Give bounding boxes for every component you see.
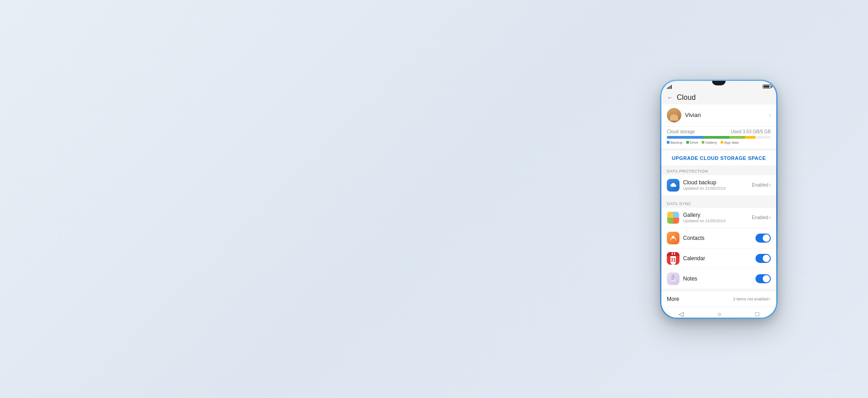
- user-name: Vivian: [685, 112, 701, 118]
- gallery-grid: [667, 212, 679, 224]
- calendar-info: Calendar: [683, 255, 752, 262]
- calendar-icon: 31: [667, 252, 679, 265]
- notes-item: Notes: [661, 269, 776, 289]
- gallery-cell-1: [667, 212, 673, 218]
- notes-icon: [667, 272, 679, 285]
- gallery-info: Gallery Updated on 21/05/2019: [683, 212, 748, 223]
- phone-screen: ← Cloud Vivian › Cloud: [661, 81, 776, 318]
- contacts-svg: [670, 234, 677, 242]
- contacts-toggle[interactable]: [755, 234, 771, 243]
- legend-gallery: Gallery: [702, 140, 717, 145]
- phone-wrapper: ← Cloud Vivian › Cloud: [660, 80, 778, 319]
- signal-bar-1: [667, 88, 668, 89]
- gallery-name: Gallery: [683, 212, 748, 218]
- cloud-backup-info: Cloud backup Updated on 21/05/2019: [683, 179, 748, 191]
- legend-label-backup: Backup: [670, 140, 683, 145]
- calendar-toggle[interactable]: [755, 254, 771, 263]
- back-nav-button[interactable]: ◁: [679, 310, 684, 318]
- legend-label-drive: Drive: [690, 140, 698, 145]
- page-title: Cloud: [677, 94, 696, 102]
- gallery-status: Enabled ›: [752, 215, 771, 220]
- chevron-right-icon: ›: [769, 112, 771, 118]
- legend-appdata: App data: [721, 140, 739, 145]
- cloud-backup-subtitle: Updated on 21/05/2019: [683, 186, 748, 191]
- calendar-name: Calendar: [683, 255, 752, 262]
- segment-backup: [667, 136, 703, 139]
- storage-section: Cloud storage Used 3.63 GB/5 GB: [661, 126, 776, 148]
- data-protection-card: Cloud backup Updated on 21/05/2019 Enabl…: [661, 175, 776, 195]
- gallery-status-text: Enabled: [752, 215, 769, 220]
- contacts-name: Contacts: [683, 235, 752, 241]
- cloud-backup-icon: [667, 179, 679, 192]
- storage-label: Cloud storage: [667, 129, 695, 134]
- signal-bar-4: [671, 85, 672, 89]
- legend-label-gallery: Gallery: [705, 140, 717, 145]
- storage-used: Used 3.63 GB/5 GB: [731, 129, 771, 134]
- cloud-backup-status-text: Enabled: [752, 183, 769, 187]
- legend-drive: Drive: [686, 140, 698, 145]
- back-button[interactable]: ←: [667, 94, 673, 101]
- segment-drive: [703, 136, 730, 139]
- notes-info: Notes: [683, 276, 752, 282]
- gallery-cell-2: [673, 212, 679, 218]
- user-card: Vivian › Cloud storage Used 3.63 GB/5 GB: [661, 104, 776, 148]
- home-nav-button[interactable]: ○: [717, 310, 721, 318]
- legend-dot-gallery: [702, 141, 704, 144]
- user-info: Vivian: [667, 108, 701, 122]
- calendar-number: 31: [670, 258, 675, 262]
- contacts-item: Contacts: [661, 228, 776, 248]
- more-row[interactable]: More 3 items not enabled ›: [661, 291, 776, 307]
- contacts-info: Contacts: [683, 235, 752, 241]
- legend-backup: Backup: [667, 140, 683, 145]
- segment-gallery: [729, 136, 745, 139]
- notes-svg: [670, 275, 677, 283]
- notes-name: Notes: [683, 276, 752, 282]
- calendar-item: 31 Calendar: [661, 248, 776, 269]
- cloud-backup-item[interactable]: Cloud backup Updated on 21/05/2019 Enabl…: [661, 175, 776, 195]
- data-sync-label: DATA SYNC: [661, 198, 776, 208]
- svg-rect-1: [670, 275, 676, 282]
- more-value: 3 items not enabled: [733, 297, 769, 301]
- data-sync-card: Gallery Updated on 21/05/2019 Enabled ›: [661, 208, 776, 289]
- segment-appdata: [745, 136, 755, 139]
- cloud-icon: [670, 183, 677, 188]
- upgrade-button[interactable]: UPGRADE CLOUD STORAGE SPACE: [661, 151, 776, 165]
- bottom-nav: ◁ ○ □: [661, 307, 776, 318]
- contacts-icon: [667, 232, 679, 244]
- legend-dot-backup: [667, 141, 670, 144]
- storage-bar: [667, 136, 771, 139]
- gallery-icon: [667, 211, 679, 224]
- more-chevron: ›: [769, 297, 771, 301]
- status-left: [667, 84, 672, 89]
- gallery-cell-3: [667, 218, 673, 224]
- more-right: 3 items not enabled ›: [733, 297, 771, 301]
- app-header: ← Cloud: [661, 91, 776, 104]
- cloud-backup-chevron: ›: [769, 183, 771, 187]
- legend-dot-appdata: [721, 141, 723, 144]
- battery-fill: [764, 85, 769, 88]
- more-label: More: [667, 296, 679, 302]
- signal-bar-3: [670, 86, 670, 89]
- signal-bar-2: [668, 87, 669, 89]
- gallery-cell-4: [673, 218, 679, 224]
- svg-rect-2: [671, 276, 675, 277]
- data-protection-label: DATA PROTECTION: [661, 165, 776, 175]
- phone-inner: ← Cloud Vivian › Cloud: [661, 81, 776, 318]
- gallery-chevron: ›: [769, 215, 771, 220]
- storage-legend: Backup Drive Gallery: [667, 140, 771, 145]
- recent-nav-button[interactable]: □: [755, 310, 759, 318]
- signal-icon: [667, 84, 672, 89]
- phone-shell: ← Cloud Vivian › Cloud: [660, 80, 778, 319]
- svg-rect-3: [671, 278, 675, 278]
- battery-icon: [763, 84, 771, 89]
- user-row[interactable]: Vivian ›: [661, 104, 776, 126]
- status-right: [763, 84, 771, 89]
- cloud-backup-name: Cloud backup: [683, 179, 748, 186]
- avatar: [667, 108, 681, 122]
- gallery-item[interactable]: Gallery Updated on 21/05/2019 Enabled ›: [661, 208, 776, 228]
- storage-header: Cloud storage Used 3.63 GB/5 GB: [667, 129, 771, 134]
- legend-dot-drive: [686, 141, 689, 144]
- svg-rect-4: [671, 279, 674, 280]
- notes-toggle[interactable]: [755, 274, 771, 283]
- gallery-subtitle: Updated on 21/05/2019: [683, 219, 748, 223]
